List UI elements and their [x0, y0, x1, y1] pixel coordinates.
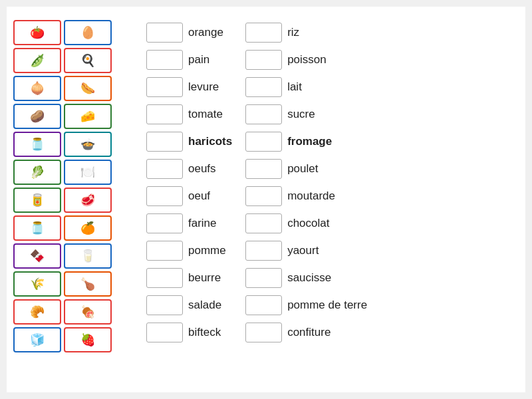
right-answer-box-1[interactable] — [245, 50, 282, 70]
image-cell-9-1: 🍗 — [64, 271, 112, 297]
right-answer-box-5[interactable] — [245, 159, 282, 179]
right-word-row: fromage — [245, 129, 367, 154]
right-answer-box-6[interactable] — [245, 186, 282, 206]
left-word-column: orangepainlevuretomateharicotsoeufsoeuff… — [146, 20, 232, 345]
image-cell-5-0: 🥬 — [13, 160, 61, 185]
image-row: 🫙🍊 — [13, 215, 126, 241]
right-word-label-11: confiture — [287, 326, 331, 339]
right-answer-box-2[interactable] — [245, 77, 282, 97]
left-answer-box-10[interactable] — [146, 295, 183, 315]
right-word-row: poisson — [245, 47, 367, 72]
left-word-label-4: haricots — [188, 135, 232, 148]
image-row: 🧅🌭 — [13, 76, 126, 101]
left-word-row: oeufs — [146, 156, 232, 182]
image-cell-2-1: 🌭 — [64, 76, 112, 101]
image-cell-7-0: 🫙 — [13, 215, 61, 241]
image-cell-11-0: 🧊 — [13, 327, 61, 352]
image-cell-6-1: 🥩 — [64, 188, 112, 213]
left-answer-box-7[interactable] — [146, 213, 183, 233]
right-answer-box-11[interactable] — [245, 323, 282, 342]
image-cell-3-1: 🧀 — [64, 104, 112, 129]
left-answer-box-2[interactable] — [146, 77, 183, 97]
left-word-row: levure — [146, 74, 232, 100]
left-word-row: oeuf — [146, 184, 232, 209]
word-section: orangepainlevuretomateharicotsoeufsoeuff… — [133, 20, 519, 345]
left-word-row: orange — [146, 20, 232, 45]
right-word-label-1: poisson — [287, 53, 327, 66]
left-word-label-8: pomme — [188, 244, 226, 257]
right-answer-box-4[interactable] — [245, 132, 282, 152]
left-word-row: tomate — [146, 102, 232, 127]
right-word-row: riz — [245, 20, 367, 45]
left-word-label-6: oeuf — [188, 190, 210, 203]
left-answer-box-8[interactable] — [146, 241, 183, 261]
right-answer-box-8[interactable] — [245, 241, 282, 261]
image-cell-8-1: 🥛 — [64, 243, 112, 269]
left-word-label-11: bifteck — [188, 326, 221, 339]
image-row: 🍅🥚 — [13, 20, 126, 45]
right-word-row: lait — [245, 74, 367, 100]
right-answer-box-9[interactable] — [245, 268, 282, 288]
right-word-row: saucisse — [245, 265, 367, 291]
image-row: 🥫🥩 — [13, 188, 126, 213]
right-word-row: moutarde — [245, 184, 367, 209]
image-cell-3-0: 🥔 — [13, 104, 61, 129]
image-cell-10-0: 🥐 — [13, 299, 61, 325]
image-row: 🧊🍓 — [13, 327, 126, 352]
right-answer-box-10[interactable] — [245, 295, 282, 315]
right-answer-box-7[interactable] — [245, 213, 282, 233]
image-row: 🍫🥛 — [13, 243, 126, 269]
right-answer-box-0[interactable] — [245, 23, 282, 43]
right-word-row: sucre — [245, 102, 367, 127]
image-cell-2-0: 🧅 — [13, 76, 61, 101]
right-word-label-3: sucre — [287, 108, 315, 121]
image-cell-9-0: 🌾 — [13, 271, 61, 297]
image-row: 🫙🍲 — [13, 132, 126, 157]
right-word-label-10: pomme de terre — [287, 299, 367, 312]
image-cell-5-1: 🍽️ — [64, 160, 112, 185]
left-answer-box-0[interactable] — [146, 23, 183, 43]
right-word-row: confiture — [245, 320, 367, 345]
left-word-row: farine — [146, 211, 232, 236]
right-word-label-5: poulet — [287, 162, 318, 176]
left-word-row: salade — [146, 293, 232, 318]
left-answer-box-1[interactable] — [146, 50, 183, 70]
image-row: 🥐🍖 — [13, 299, 126, 325]
image-cell-1-0: 🫛 — [13, 48, 61, 73]
left-answer-box-11[interactable] — [146, 323, 183, 342]
left-word-row: pomme — [146, 238, 232, 263]
image-row: 🫛🍳 — [13, 48, 126, 73]
right-word-label-0: riz — [287, 26, 299, 39]
right-word-row: pomme de terre — [245, 293, 367, 318]
right-word-label-4: fromage — [287, 135, 332, 148]
right-word-label-6: moutarde — [287, 190, 335, 203]
left-word-label-3: tomate — [188, 108, 223, 121]
left-answer-box-9[interactable] — [146, 268, 183, 288]
right-word-column: rizpoissonlaitsucrefromagepouletmoutarde… — [245, 20, 367, 345]
image-cell-0-0: 🍅 — [13, 20, 61, 45]
image-cell-4-0: 🫙 — [13, 132, 61, 157]
left-word-label-2: levure — [188, 80, 219, 94]
left-word-label-9: beurre — [188, 271, 221, 285]
main-page: 🍅🥚🫛🍳🧅🌭🥔🧀🫙🍲🥬🍽️🥫🥩🫙🍊🍫🥛🌾🍗🥐🍖🧊🍓 orangepainlevu… — [7, 7, 525, 392]
right-word-row: chocolat — [245, 211, 367, 236]
left-answer-box-6[interactable] — [146, 186, 183, 206]
image-cell-11-1: 🍓 — [64, 327, 112, 352]
left-answer-box-4[interactable] — [146, 132, 183, 152]
image-cell-8-0: 🍫 — [13, 243, 61, 269]
left-word-row: bifteck — [146, 320, 232, 345]
left-answer-box-5[interactable] — [146, 159, 183, 179]
left-word-label-5: oeufs — [188, 162, 216, 176]
left-word-row: beurre — [146, 265, 232, 291]
right-answer-box-3[interactable] — [245, 104, 282, 124]
image-cell-10-1: 🍖 — [64, 299, 112, 325]
image-cell-4-1: 🍲 — [64, 132, 112, 157]
left-word-row: pain — [146, 47, 232, 72]
right-word-row: yaourt — [245, 238, 367, 263]
image-cell-1-1: 🍳 — [64, 48, 112, 73]
left-answer-box-3[interactable] — [146, 104, 183, 124]
left-word-label-1: pain — [188, 53, 209, 66]
left-word-label-7: farine — [188, 217, 217, 230]
right-word-label-7: chocolat — [287, 217, 329, 230]
image-cell-0-1: 🥚 — [64, 20, 112, 45]
